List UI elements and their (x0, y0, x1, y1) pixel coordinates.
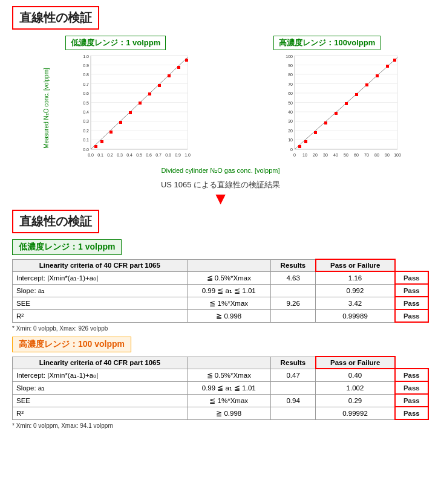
verdict-cell: Pass (395, 407, 428, 419)
condition-cell: ≦ 1%*Xmax (187, 394, 270, 407)
table-row: Intercept: |Xmin*(a₁-1)+a₀|≦ 0.5%*Xmax0.… (13, 369, 429, 381)
svg-text:80: 80 (288, 73, 293, 77)
low-col-condition (187, 259, 270, 271)
table-row: R²≧ 0.9980.99992Pass (13, 407, 429, 419)
result-cell: 0.99992 (316, 407, 395, 419)
result-cell: 0.992 (316, 284, 395, 297)
section2-title-text: 直線性の検証 (19, 215, 92, 228)
threshold-cell (270, 407, 316, 419)
x-axis-shared-label: Divided cylinder N₂O gas conc. [volppm] (12, 167, 429, 175)
svg-rect-21 (168, 74, 171, 77)
svg-rect-68 (386, 65, 389, 68)
high-col-condition (187, 357, 270, 369)
svg-text:0.1: 0.1 (83, 138, 90, 142)
svg-text:50: 50 (344, 153, 348, 157)
svg-text:0.9: 0.9 (83, 63, 90, 68)
verdict-cell: Pass (395, 381, 428, 394)
condition-cell: ≦ 0.5%*Xmax (187, 369, 270, 381)
svg-text:20: 20 (313, 153, 318, 157)
criterion-cell: R² (13, 309, 188, 322)
high-col-criterion: Linearity criteria of 40 CFR part 1065 (13, 357, 188, 369)
low-range-table: Linearity criteria of 40 CFR part 1065 R… (12, 259, 429, 323)
svg-text:100: 100 (394, 153, 401, 157)
svg-text:0.8: 0.8 (165, 153, 171, 157)
svg-rect-62 (324, 121, 327, 124)
svg-text:0.3: 0.3 (117, 153, 123, 157)
svg-text:0.8: 0.8 (83, 73, 90, 77)
svg-text:40: 40 (333, 153, 338, 157)
high-col-pass-failure: Pass or Failure (316, 357, 395, 369)
criterion-cell: SEE (13, 394, 188, 407)
threshold-cell (270, 381, 316, 394)
table-row: SEE≦ 1%*Xmax0.940.29Pass (13, 394, 429, 407)
table-row: R²≧ 0.9980.99989Pass (13, 309, 429, 322)
svg-text:90: 90 (385, 153, 390, 157)
down-arrow-icon: ▼ (12, 190, 429, 207)
svg-text:70: 70 (364, 153, 369, 157)
condition-cell: ≦ 0.5%*Xmax (187, 271, 270, 284)
low-col-criterion: Linearity criteria of 40 CFR part 1065 (13, 259, 188, 271)
threshold-cell (270, 284, 316, 297)
svg-text:50: 50 (288, 101, 293, 105)
threshold-cell: 0.47 (270, 369, 316, 381)
svg-text:40: 40 (288, 110, 293, 114)
svg-text:0.2: 0.2 (107, 153, 113, 157)
condition-cell: ≧ 0.998 (187, 309, 270, 322)
condition-cell: 0.99 ≦ a₁ ≦ 1.01 (187, 381, 270, 394)
table-row: Slope: a₁0.99 ≦ a₁ ≦ 1.010.992Pass (13, 284, 429, 297)
high-range-chart-label: 高濃度レンジ：100volppm (273, 36, 381, 50)
low-col-pass-failure: Pass or Failure (316, 259, 395, 271)
high-table-note: * Xmin: 0 volppm, Xmax: 94.1 volppm (12, 422, 429, 429)
svg-text:10: 10 (302, 153, 307, 157)
high-range-chart-svg: 0 10 20 30 40 50 60 70 80 90 100 0 10 20… (276, 53, 403, 161)
low-range-section: 低濃度レンジ：1 volppm Linearity criteria of 40… (12, 239, 429, 332)
svg-text:0.7: 0.7 (155, 153, 162, 157)
svg-text:0.2: 0.2 (83, 129, 90, 133)
svg-text:0.3: 0.3 (83, 119, 90, 123)
high-col-results: Results (270, 357, 316, 369)
low-range-y-axis-label: Measured N₂O conc. [volppm] (44, 68, 50, 149)
result-cell: 1.16 (316, 271, 395, 284)
high-range-chart-wrapper: 高濃度レンジ：100volppm (251, 36, 403, 163)
svg-rect-18 (139, 102, 142, 105)
low-range-chart-label: 低濃度レンジ：1 volppm (65, 36, 166, 50)
criterion-cell: SEE (13, 297, 188, 309)
svg-text:0.7: 0.7 (83, 82, 90, 86)
svg-text:10: 10 (288, 138, 293, 142)
svg-text:0.5: 0.5 (136, 153, 142, 157)
svg-rect-15 (109, 131, 113, 134)
condition-cell: 0.99 ≦ a₁ ≦ 1.01 (187, 284, 270, 297)
svg-text:0.0: 0.0 (88, 153, 94, 157)
criterion-cell: Intercept: |Xmin*(a₁-1)+a₀| (13, 271, 188, 284)
svg-text:0.4: 0.4 (83, 110, 90, 114)
verdict-cell: Pass (395, 394, 428, 407)
low-range-chart-wrapper: 低濃度レンジ：1 volppm Measured N₂O conc. [volp… (38, 36, 194, 163)
table-row: Slope: a₁0.99 ≦ a₁ ≦ 1.011.002Pass (13, 381, 429, 394)
result-cell: 0.29 (316, 394, 395, 407)
low-col-results: Results (270, 259, 316, 271)
condition-cell: ≧ 0.998 (187, 407, 270, 419)
high-range-section: 高濃度レンジ：100 volppm Linearity criteria of … (12, 337, 429, 429)
threshold-cell: 0.94 (270, 394, 316, 407)
svg-text:1.0: 1.0 (83, 54, 90, 59)
svg-rect-61 (314, 131, 317, 134)
svg-text:100: 100 (286, 54, 293, 59)
high-range-table: Linearity criteria of 40 CFR part 1065 R… (12, 356, 429, 420)
svg-text:30: 30 (288, 119, 293, 123)
svg-rect-19 (148, 92, 151, 95)
svg-text:0: 0 (290, 147, 293, 152)
table-row: SEE≦ 1%*Xmax9.263.42Pass (13, 297, 429, 309)
threshold-cell: 4.63 (270, 271, 316, 284)
high-range-table-container: Linearity criteria of 40 CFR part 1065 R… (12, 356, 429, 420)
svg-rect-66 (365, 83, 368, 86)
low-range-chart-svg: 0.0 0.1 0.2 0.3 0.4 0.5 0.6 0.7 0.8 0.9 … (73, 53, 194, 161)
svg-rect-23 (185, 59, 188, 62)
svg-text:1.0: 1.0 (185, 153, 191, 157)
criterion-cell: Intercept: |Xmin*(a₁-1)+a₀| (13, 369, 188, 381)
svg-text:0.1: 0.1 (97, 153, 103, 157)
arrow-section: US 1065 による直線性の検証結果 ▼ (12, 179, 429, 207)
high-range-label: 高濃度レンジ：100 volppm (12, 337, 131, 352)
svg-text:30: 30 (323, 153, 328, 157)
low-range-label: 低濃度レンジ：1 volppm (12, 239, 122, 255)
svg-rect-65 (355, 93, 358, 96)
